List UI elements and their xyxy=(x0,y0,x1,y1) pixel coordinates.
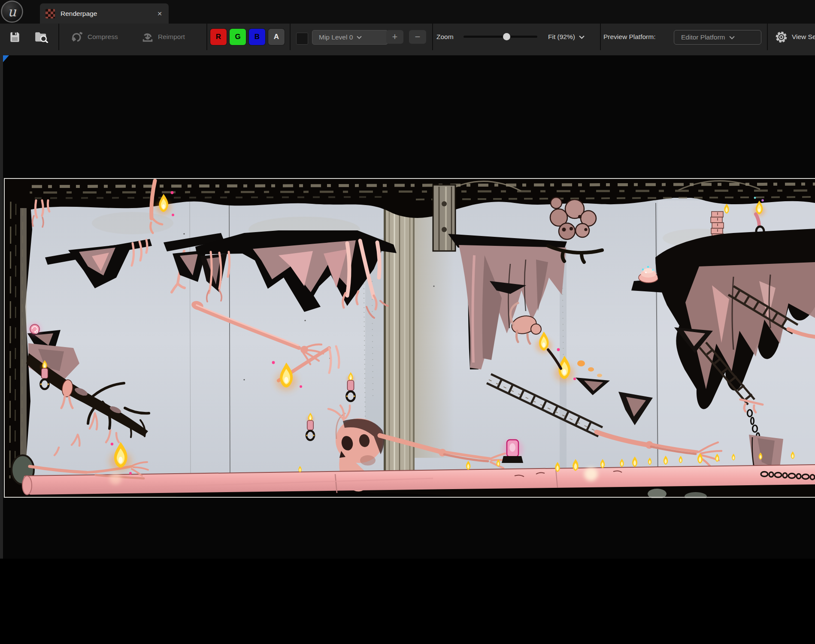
compress-label: Compress xyxy=(88,33,118,41)
svg-text:u: u xyxy=(8,4,17,19)
channel-blue-toggle[interactable]: B xyxy=(249,29,265,45)
mip-level-value: Mip Level 0 xyxy=(319,33,353,41)
gear-icon xyxy=(775,31,788,43)
zoom-slider-track[interactable] xyxy=(464,36,537,38)
reimport-label: Reimport xyxy=(158,33,185,41)
viewport-corner-marker xyxy=(3,55,9,62)
toolbar-separator xyxy=(58,24,59,50)
channel-green-toggle[interactable]: G xyxy=(230,29,246,45)
texture-editor-window: u Renderpage ✕ xyxy=(0,0,815,644)
chevron-down-icon xyxy=(729,36,735,39)
texture-editor-toolbar: Compress Reimport R G B A Mip Level 0 + xyxy=(0,24,815,50)
panel-border xyxy=(0,50,815,55)
unreal-engine-logo[interactable]: u xyxy=(0,0,24,24)
zoom-slider-thumb[interactable] xyxy=(503,33,510,40)
mip-level-dropdown[interactable]: Mip Level 0 xyxy=(312,30,388,45)
toolbar-separator xyxy=(767,24,768,50)
zoom-in-button[interactable]: + xyxy=(386,30,403,44)
tab-title: Renderpage xyxy=(61,10,97,18)
browse-to-asset-button[interactable] xyxy=(31,27,52,47)
compress-icon xyxy=(71,31,83,42)
texture-thumbnail-icon xyxy=(45,9,55,18)
channel-alpha-toggle[interactable]: A xyxy=(268,29,285,45)
mip-level-checkbox[interactable] xyxy=(296,33,308,45)
preview-platform-label: Preview Platform: xyxy=(603,24,655,50)
toolbar-separator xyxy=(432,24,433,50)
toolbar-separator xyxy=(290,24,291,50)
fit-zoom-value: Fit (92%) xyxy=(548,33,575,41)
fit-zoom-dropdown[interactable]: Fit (92%) xyxy=(548,24,585,50)
zoom-out-button[interactable]: − xyxy=(409,30,426,44)
chevron-down-icon xyxy=(579,35,585,39)
texture-preview-image xyxy=(4,178,815,498)
empty-panel-area xyxy=(0,559,815,644)
tab-bar: u Renderpage ✕ xyxy=(0,0,815,24)
view-settings-label: View Settings xyxy=(792,33,815,41)
save-icon xyxy=(9,31,21,43)
save-button[interactable] xyxy=(4,27,25,47)
channel-red-toggle[interactable]: R xyxy=(210,29,227,45)
panel-border-left xyxy=(0,50,3,559)
view-settings-button[interactable]: View Settings xyxy=(775,24,815,50)
preview-platform-dropdown[interactable]: Editor Platform xyxy=(674,30,761,45)
tab-renderpage[interactable]: Renderpage ✕ xyxy=(40,3,169,24)
reimport-button[interactable]: Reimport xyxy=(142,24,185,50)
find-in-content-browser-icon xyxy=(34,31,48,43)
texture-preview-viewport[interactable] xyxy=(3,55,815,559)
reimport-icon xyxy=(142,31,154,43)
art-book-clasp xyxy=(433,185,455,251)
toolbar-separator xyxy=(206,24,207,50)
chevron-down-icon xyxy=(357,36,362,39)
tab-close-icon[interactable]: ✕ xyxy=(157,10,162,17)
zoom-label: Zoom xyxy=(436,24,454,50)
compress-button[interactable]: Compress xyxy=(71,24,118,50)
preview-platform-value: Editor Platform xyxy=(681,33,725,41)
toolbar-separator xyxy=(600,24,601,50)
